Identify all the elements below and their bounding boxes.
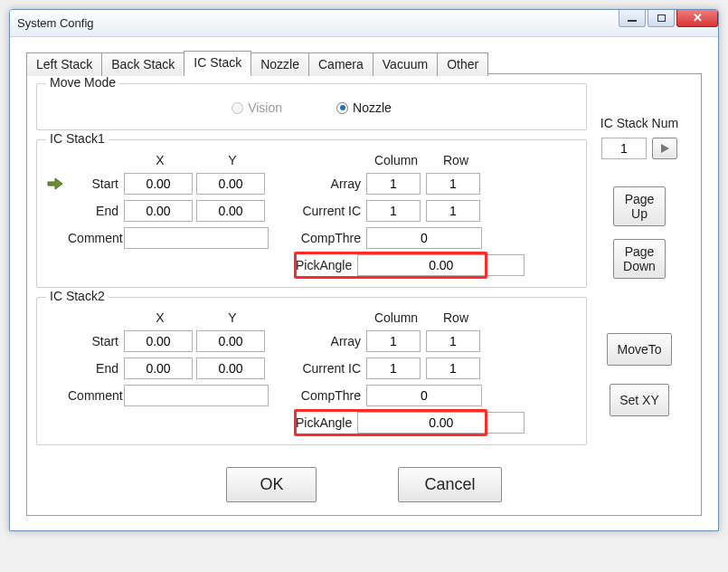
end-label: End bbox=[68, 204, 124, 218]
array-label: Array bbox=[296, 176, 366, 191]
end-y-input[interactable] bbox=[196, 358, 265, 379]
current-ic-row-input[interactable] bbox=[426, 358, 480, 379]
end-y-input[interactable] bbox=[196, 200, 265, 222]
col-column-header: Column bbox=[366, 310, 426, 325]
tab-left-stack[interactable]: Left Stack bbox=[26, 52, 102, 76]
pick-angle-label: PickAngle bbox=[296, 258, 357, 272]
comp-thre-label: CompThre bbox=[296, 231, 366, 245]
array-row-input[interactable] bbox=[426, 173, 480, 195]
start-x-input[interactable] bbox=[124, 173, 193, 195]
window-title: System Config bbox=[17, 16, 94, 30]
move-mode-legend: Move Mode bbox=[46, 75, 119, 90]
col-x-header: X bbox=[124, 310, 196, 325]
move-mode-vision-label: Vision bbox=[248, 100, 282, 115]
current-row-arrow-icon bbox=[46, 176, 68, 191]
tab-other[interactable]: Other bbox=[437, 52, 488, 76]
start-y-input[interactable] bbox=[196, 173, 265, 195]
pick-angle-label: PickAngle bbox=[296, 415, 357, 430]
end-x-input[interactable] bbox=[124, 358, 193, 379]
comp-thre-input[interactable] bbox=[366, 385, 482, 406]
current-ic-col-input[interactable] bbox=[366, 358, 421, 379]
page-down-button[interactable]: Page Down bbox=[613, 239, 666, 279]
array-row-input[interactable] bbox=[426, 330, 480, 352]
ic-stack-1-legend: IC Stack1 bbox=[46, 131, 109, 146]
ic-stack-num-label: IC Stack Num bbox=[600, 116, 678, 130]
comment-label: Comment bbox=[68, 231, 124, 245]
ic-stack-2-legend: IC Stack2 bbox=[46, 289, 109, 303]
pick-angle-input[interactable] bbox=[357, 412, 525, 434]
minimize-button[interactable] bbox=[619, 9, 646, 27]
tab-strip: Left StackBack StackIC StackNozzleCamera… bbox=[26, 51, 702, 74]
ic-stack-num-next-button[interactable] bbox=[652, 138, 677, 159]
current-ic-row-input[interactable] bbox=[426, 200, 480, 222]
tab-ic-stack[interactable]: IC Stack bbox=[184, 51, 251, 74]
pick-angle-highlight: PickAngle bbox=[296, 412, 486, 434]
start-label: Start bbox=[68, 176, 124, 191]
cancel-button[interactable]: Cancel bbox=[398, 467, 501, 502]
side-column: IC Stack Num Page Up Page Down MoveTo Se… bbox=[594, 116, 685, 416]
play-icon bbox=[659, 143, 670, 154]
svg-marker-0 bbox=[661, 144, 669, 153]
pick-angle-input[interactable] bbox=[357, 254, 525, 276]
comp-thre-label: CompThre bbox=[296, 388, 366, 403]
ic-stack-num-input[interactable] bbox=[601, 138, 647, 159]
comment-input[interactable] bbox=[124, 227, 269, 249]
col-row-header: Row bbox=[426, 310, 486, 325]
col-y-header: Y bbox=[196, 310, 269, 325]
current-ic-label: Current IC bbox=[296, 361, 366, 376]
comment-input[interactable] bbox=[124, 385, 269, 406]
set-xy-button[interactable]: Set XY bbox=[610, 384, 669, 416]
ic-stack-2-group: IC Stack2 X Y Column Row Start Array End… bbox=[36, 297, 587, 445]
dialog-footer: OK Cancel bbox=[36, 467, 692, 502]
comp-thre-input[interactable] bbox=[366, 227, 482, 249]
window-controls: ✕ bbox=[617, 9, 718, 27]
tab-vacuum[interactable]: Vacuum bbox=[373, 52, 438, 76]
array-label: Array bbox=[296, 334, 366, 348]
move-mode-group: Move Mode Vision Nozzle bbox=[36, 83, 587, 130]
end-x-input[interactable] bbox=[124, 200, 193, 222]
comment-label: Comment bbox=[68, 388, 124, 403]
start-y-input[interactable] bbox=[196, 330, 265, 352]
array-col-input[interactable] bbox=[366, 173, 421, 195]
pick-angle-highlight: PickAngle bbox=[296, 254, 486, 276]
radio-icon bbox=[336, 102, 348, 114]
start-x-input[interactable] bbox=[124, 330, 193, 352]
array-col-input[interactable] bbox=[366, 330, 421, 352]
move-to-button[interactable]: MoveTo bbox=[607, 333, 671, 366]
tab-camera[interactable]: Camera bbox=[308, 52, 373, 76]
close-button[interactable]: ✕ bbox=[676, 9, 718, 27]
current-ic-col-input[interactable] bbox=[366, 200, 421, 222]
page-up-button[interactable]: Page Up bbox=[613, 186, 666, 226]
tab-back-stack[interactable]: Back Stack bbox=[101, 52, 184, 76]
tab-nozzle[interactable]: Nozzle bbox=[251, 52, 309, 76]
current-ic-label: Current IC bbox=[296, 204, 366, 218]
col-column-header: Column bbox=[366, 153, 426, 167]
move-mode-nozzle-radio[interactable]: Nozzle bbox=[336, 100, 392, 115]
maximize-button[interactable] bbox=[648, 9, 675, 27]
start-label: Start bbox=[68, 334, 124, 348]
col-y-header: Y bbox=[196, 153, 269, 167]
col-row-header: Row bbox=[426, 153, 486, 167]
system-config-window: System Config ✕ Left StackBack StackIC S… bbox=[9, 9, 719, 531]
content-area: Left StackBack StackIC StackNozzleCamera… bbox=[10, 37, 718, 530]
tab-panel-ic-stack: Move Mode Vision Nozzle bbox=[26, 73, 702, 516]
move-mode-vision-radio: Vision bbox=[232, 100, 282, 115]
col-x-header: X bbox=[124, 153, 196, 167]
radio-icon bbox=[232, 102, 243, 114]
ok-button[interactable]: OK bbox=[226, 467, 317, 502]
titlebar: System Config ✕ bbox=[10, 10, 718, 37]
move-mode-nozzle-label: Nozzle bbox=[353, 100, 392, 115]
end-label: End bbox=[68, 361, 124, 376]
ic-stack-1-group: IC Stack1 X Y Column Row Start Array End… bbox=[36, 139, 587, 288]
